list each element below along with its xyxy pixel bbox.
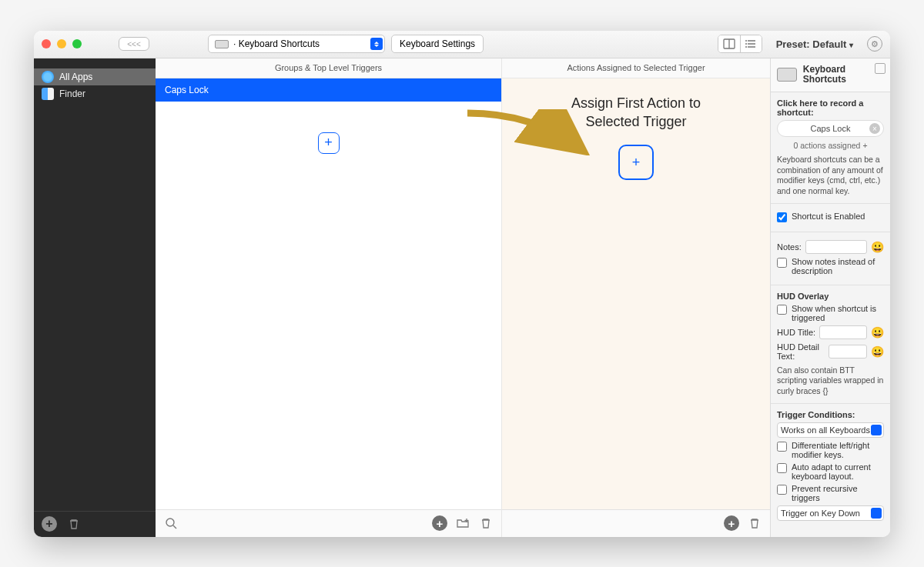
autoadapt-checkbox[interactable]: Auto adapt to current keyboard layout. (777, 462, 884, 481)
sidebar-item-finder[interactable]: Finder (34, 85, 156, 102)
emoji-picker-icon[interactable]: 😀 (871, 326, 884, 339)
search-icon[interactable] (163, 515, 179, 531)
svg-point-6 (745, 43, 747, 45)
add-button[interactable]: + (432, 515, 447, 531)
add-action-button[interactable]: + (618, 145, 654, 180)
differentiate-checkbox[interactable]: Differentiate left/right modifier keys. (777, 441, 884, 459)
emoji-picker-icon[interactable]: 😀 (871, 345, 884, 358)
record-shortcut-section: Click here to record a shortcut: Caps Lo… (771, 92, 890, 204)
trigger-row-selected[interactable]: Caps Lock (156, 78, 501, 102)
trash-icon[interactable] (747, 515, 762, 531)
notes-input[interactable] (805, 240, 867, 254)
list-view-icon[interactable] (740, 35, 762, 52)
enabled-section: Shortcut is Enabled (771, 204, 890, 232)
section-dropdown-label: · Keyboard Shortcuts (233, 38, 320, 49)
checkbox-input[interactable] (777, 485, 787, 495)
hud-section: HUD Overlay Show when shortcut is trigge… (771, 285, 890, 404)
hud-section-label: HUD Overlay (777, 292, 884, 301)
trigger-conditions-section: Trigger Conditions: Works on all Keyboar… (771, 404, 890, 527)
checkbox-label: Prevent recursive triggers (792, 484, 884, 502)
keyboard-settings-label: Keyboard Settings (400, 38, 475, 49)
keyboard-icon (215, 40, 229, 48)
column-headers: Groups & Top Level Triggers Actions Assi… (156, 58, 770, 78)
record-shortcut-label: Click here to record a shortcut: (777, 98, 884, 117)
checkbox-input[interactable] (777, 305, 787, 315)
checkbox-label: Differentiate left/right modifier keys. (792, 441, 884, 459)
actions-heading-line1: Assign First Action to (502, 94, 770, 112)
notes-section: Notes: 😀 Show notes instead of descripti… (771, 232, 890, 285)
folder-icon[interactable] (455, 515, 470, 531)
checkbox-input[interactable] (777, 258, 787, 268)
shortcut-help-text: Keyboard shortcuts can be a combination … (777, 155, 884, 197)
checkbox-input[interactable] (777, 463, 787, 473)
sidebar: All Apps Finder + (34, 58, 156, 537)
triggers-column-header: Groups & Top Level Triggers (156, 58, 502, 78)
preset-label: Preset: Default (776, 38, 847, 50)
hud-help-text: Can also contain BTT scripting variables… (777, 365, 884, 397)
zoom-button[interactable] (72, 39, 82, 48)
checkbox-label: Auto adapt to current keyboard layout. (792, 462, 884, 481)
trash-icon[interactable] (66, 516, 82, 532)
sidebar-item-label: Finder (59, 88, 85, 99)
preset-selector[interactable]: Preset: Default ▾ (776, 38, 853, 50)
add-button[interactable]: + (724, 515, 739, 531)
actions-footer: + (502, 509, 770, 537)
checkbox-input[interactable] (777, 442, 787, 452)
sidebar-item-label: All Apps (59, 72, 92, 82)
actions-empty-heading: Assign First Action to Selected Trigger (502, 94, 770, 132)
hud-detail-label: HUD Detail Text: (777, 342, 825, 361)
triggers-footer: + (156, 509, 501, 537)
shortcut-value: Caps Lock (811, 124, 851, 133)
keyboard-icon (777, 68, 797, 82)
emoji-picker-icon[interactable]: 😀 (871, 241, 884, 253)
svg-point-8 (166, 519, 174, 526)
gear-icon[interactable]: ⚙ (867, 36, 882, 52)
app-window: <<< · Keyboard Shortcuts Keyboard Settin… (34, 31, 890, 537)
show-notes-checkbox[interactable]: Show notes instead of description (777, 257, 884, 275)
select-value: Trigger on Key Down (781, 509, 860, 518)
clear-shortcut-button[interactable]: × (869, 123, 880, 134)
finder-icon (42, 88, 54, 100)
trigger-row-label: Caps Lock (165, 85, 209, 95)
back-button[interactable]: <<< (119, 37, 149, 51)
trigger-on-select[interactable]: Trigger on Key Down (777, 505, 884, 521)
section-dropdown[interactable]: · Keyboard Shortcuts (208, 35, 385, 53)
window-controls (42, 39, 82, 48)
chevron-down-icon: ▾ (849, 41, 853, 49)
inspector-title: Keyboard Shortcuts (803, 65, 884, 86)
sidebar-footer: + (34, 511, 156, 537)
add-app-button[interactable]: + (42, 516, 57, 532)
checkbox-label: Show notes instead of description (792, 257, 884, 275)
checkbox-input[interactable] (777, 212, 787, 222)
shortcut-field[interactable]: Caps Lock × (777, 120, 884, 137)
middle-area: Groups & Top Level Triggers Actions Assi… (156, 58, 770, 537)
prevent-recursive-checkbox[interactable]: Prevent recursive triggers (777, 484, 884, 502)
globe-icon (42, 71, 54, 83)
shortcut-enabled-checkbox[interactable]: Shortcut is Enabled (777, 212, 884, 222)
view-mode-segmented[interactable] (718, 35, 762, 53)
inspector-header: Keyboard Shortcuts (771, 58, 890, 93)
hud-show-checkbox[interactable]: Show when shortcut is triggered (777, 304, 884, 322)
trash-icon[interactable] (478, 515, 494, 531)
hud-title-input[interactable] (819, 325, 867, 339)
page-icon[interactable] (875, 63, 886, 74)
columns-view-icon[interactable] (718, 35, 740, 52)
close-button[interactable] (42, 39, 51, 48)
checkbox-label: Show when shortcut is triggered (792, 304, 884, 322)
actions-column: Assign First Action to Selected Trigger … (502, 78, 770, 537)
keyboard-scope-select[interactable]: Works on all Keyboards (777, 422, 884, 438)
inspector-panel: Keyboard Shortcuts Click here to record … (770, 58, 890, 537)
select-value: Works on all Keyboards (781, 425, 870, 435)
keyboard-settings-button[interactable]: Keyboard Settings (391, 35, 484, 53)
sidebar-item-all-apps[interactable]: All Apps (34, 68, 156, 85)
add-trigger-button[interactable]: + (318, 132, 340, 154)
actions-assigned-label[interactable]: 0 actions assigned + (777, 141, 884, 150)
trigger-conditions-label: Trigger Conditions: (777, 410, 884, 419)
hud-title-label: HUD Title: (777, 328, 815, 337)
svg-line-9 (173, 525, 176, 529)
svg-point-7 (745, 46, 747, 48)
checkbox-label: Shortcut is Enabled (792, 212, 865, 221)
minimize-button[interactable] (57, 39, 66, 48)
actions-heading-line2: Selected Trigger (502, 112, 770, 131)
hud-detail-input[interactable] (829, 345, 867, 359)
